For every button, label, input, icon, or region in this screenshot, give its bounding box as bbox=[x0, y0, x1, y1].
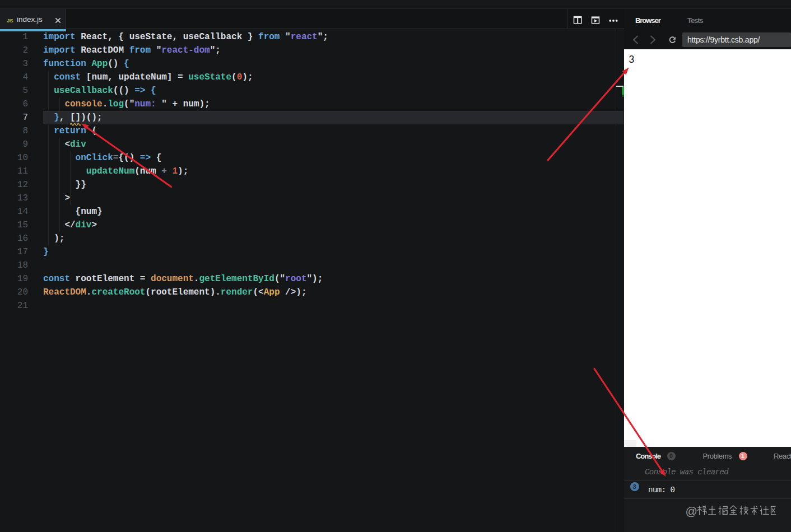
svg-text:@: @ bbox=[686, 505, 697, 517]
